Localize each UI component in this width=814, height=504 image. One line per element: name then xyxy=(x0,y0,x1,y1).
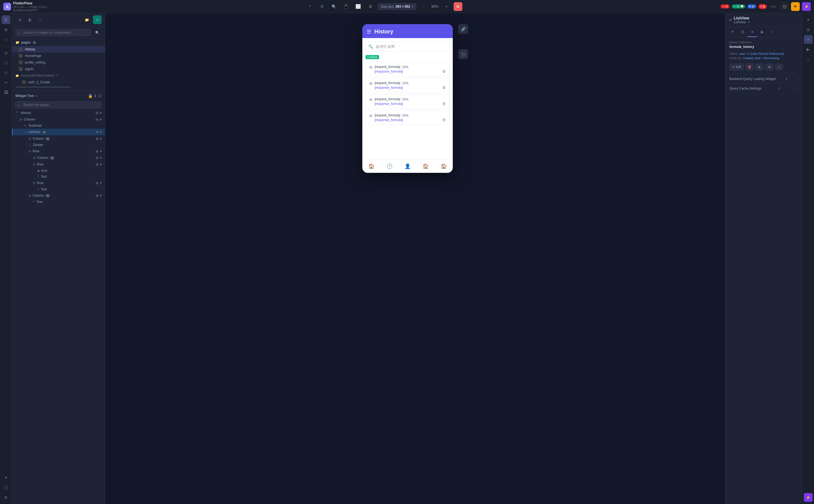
tree-item-column-2[interactable]: ⊞ Column ⊞ ⊕ ▾ xyxy=(12,135,105,142)
query-cache-row[interactable]: Query Cache Settings ℹ › xyxy=(729,84,798,93)
widget-tree-lock-btn[interactable]: 🔒 xyxy=(88,94,93,98)
widget-tree-info[interactable]: ℹ xyxy=(36,94,37,98)
page-item-homepage[interactable]: ⬛ HomePage xyxy=(12,53,105,59)
v1-green-badge[interactable]: ✓ v1 💬 xyxy=(732,4,745,8)
select-tool-button[interactable]: ⊞ xyxy=(454,2,463,11)
list-item-delete-1[interactable]: 🗑 xyxy=(442,85,446,90)
flash-button[interactable]: ⚡ xyxy=(802,2,811,11)
pages-section-header[interactable]: 📁 pages 4 xyxy=(12,39,105,46)
tree-more-listview[interactable]: ▾ xyxy=(100,130,102,134)
search-button[interactable]: 🔍 xyxy=(330,2,338,11)
tree-item-listview[interactable]: ≡ ListView ⊞ ⊕ ▾ xyxy=(12,129,105,135)
size-info-icon[interactable]: ℹ xyxy=(412,5,413,8)
page-item-history[interactable]: ⬛ History xyxy=(12,46,105,53)
tree-item-row-2[interactable]: ⊟ Row ⊕ ▾ xyxy=(12,161,105,168)
tree-item-history[interactable]: 📱 History ⊕ ▾ xyxy=(12,110,105,116)
zoom-out-button[interactable]: − xyxy=(420,3,427,10)
right-tab-list[interactable]: ≡ xyxy=(747,27,757,37)
right-icon-wave[interactable]: ≈ xyxy=(804,55,813,64)
desktop-device-btn[interactable]: 🖥 xyxy=(366,2,375,11)
tree-item-textfield[interactable]: ✏ TextField xyxy=(12,123,105,129)
delete-button[interactable]: 🗑 xyxy=(746,63,753,71)
widget-tree-add-btn[interactable]: ⬆ xyxy=(94,94,97,98)
tree-item-column-4[interactable]: ⊞ Column ⊞ ⊕ ▾ xyxy=(12,192,105,199)
tree-item-text-2[interactable]: T Text xyxy=(12,186,105,192)
tree-add-history[interactable]: ⊕ xyxy=(95,111,99,115)
right-icon-list-active[interactable]: ≡ xyxy=(804,35,813,44)
tree-item-row-3[interactable]: ⊟ Row ⊕ ▾ xyxy=(12,180,105,186)
tablet-device-btn[interactable]: ⬜ xyxy=(354,2,362,11)
ui-builder-btn[interactable]: ⊞ xyxy=(2,25,10,34)
phone-menu-icon[interactable]: ☰ xyxy=(367,29,371,35)
backend-loading-info[interactable]: ℹ xyxy=(786,77,787,81)
right-icon-magic[interactable]: ✦ xyxy=(804,15,813,24)
tree-item-column-3[interactable]: ⊞ Column ⊞ ⊕ ▾ xyxy=(12,154,105,161)
nav-home-3[interactable]: 🏠 xyxy=(438,162,449,171)
widget-search-input[interactable] xyxy=(15,101,102,108)
tree-item-text-3[interactable]: T Text xyxy=(12,199,105,205)
count-4-badge[interactable]: 4 ⚡ xyxy=(747,4,756,8)
group-info-icon[interactable]: ? xyxy=(56,74,58,78)
tree-item-text-1[interactable]: T Text xyxy=(12,174,105,180)
connect-btn[interactable]: ◎ xyxy=(2,48,10,57)
widget-btn[interactable]: ⊞ xyxy=(15,15,24,24)
nav-person[interactable]: 👤 xyxy=(402,162,413,171)
tree-more-row-2[interactable]: ▾ xyxy=(100,162,102,167)
tree-item-divider[interactable]: — Divider xyxy=(12,142,105,148)
tree-more-row-1[interactable]: ▾ xyxy=(100,149,102,153)
api-btn[interactable]: ⬡ xyxy=(2,58,10,67)
pages-nav-btn[interactable]: ☰ xyxy=(2,15,10,24)
tree-more-history[interactable]: ▾ xyxy=(100,111,102,115)
component-btn[interactable]: ◧ xyxy=(26,15,35,24)
tree-add-row-3[interactable]: ⊕ xyxy=(95,181,99,185)
tree-add-row-1[interactable]: ⊕ xyxy=(95,149,99,153)
edit-button[interactable]: ✏ Edit xyxy=(729,64,744,70)
right-tab-wave[interactable]: ≈ xyxy=(767,27,777,37)
zoom-in-button[interactable]: + xyxy=(443,3,450,10)
active-build-btn[interactable]: ⊟ xyxy=(93,15,102,24)
copy-button[interactable]: ⊕ xyxy=(755,64,764,70)
theme-btn[interactable]: ◇ xyxy=(36,15,45,24)
pages-search-input[interactable] xyxy=(15,29,91,36)
tree-add-column-4[interactable]: ⊕ xyxy=(95,193,99,198)
media-btn[interactable]: 🖼 xyxy=(2,88,10,97)
help-button[interactable]: ? xyxy=(305,2,314,11)
right-tab-play[interactable]: ▶ xyxy=(757,27,767,37)
subtitle-edit-icon[interactable]: ✏ xyxy=(748,20,750,24)
diamond-btn[interactable]: ◇ xyxy=(2,35,10,44)
active-view-button[interactable]: 👁 xyxy=(791,2,800,11)
custom-code-btn[interactable]: { } xyxy=(2,483,10,492)
nav-home-1[interactable]: 🏠 xyxy=(366,162,377,171)
right-icon-play[interactable]: ▶ xyxy=(804,45,813,54)
tree-item-icon[interactable]: ◆ Icon xyxy=(12,168,105,174)
flow-btn[interactable]: ⇌ xyxy=(2,78,10,87)
page-item-profile[interactable]: ⬛ profile_setting xyxy=(12,59,105,66)
tree-add-column-2[interactable]: ⊕ xyxy=(95,136,99,141)
tree-add-row-2[interactable]: ⊕ xyxy=(95,162,99,167)
right-tab-magic[interactable]: ✦ xyxy=(728,27,738,37)
right-icon-flash[interactable]: ⚡ xyxy=(804,493,813,502)
data-btn[interactable]: ⊙ xyxy=(2,68,10,77)
preview-button[interactable]: ⬛ xyxy=(780,2,789,11)
tree-item-column-1[interactable]: ⊞ Column ⊕ ▾ xyxy=(12,116,105,123)
folder-btn[interactable]: 📁 xyxy=(82,15,91,24)
pages-search-icon[interactable]: 🔍 xyxy=(93,28,102,37)
tree-more-column-2[interactable]: ▾ xyxy=(100,136,102,141)
ai-btn[interactable]: ✦ xyxy=(2,473,10,482)
tree-add-listview[interactable]: ⊕ xyxy=(95,130,99,134)
count-2-badge[interactable]: 2 ⊕ xyxy=(758,4,767,9)
list-item-delete-0[interactable]: 🗑 xyxy=(442,69,446,73)
page-item-auth2create[interactable]: ⬛ auth_2_Create xyxy=(12,79,105,85)
query-cache-info[interactable]: ℹ xyxy=(779,87,780,90)
tree-more-row-3[interactable]: ▾ xyxy=(100,181,102,185)
settings-btn[interactable]: ⚙ xyxy=(2,493,10,502)
mobile-device-btn[interactable]: 📱 xyxy=(342,2,350,11)
tree-add-column-3[interactable]: ⊕ xyxy=(95,156,99,160)
code-button[interactable]: </> xyxy=(769,2,778,11)
tree-more-column-1[interactable]: ▾ xyxy=(100,117,102,122)
group-account-profile[interactable]: 📁 AccountProfileCreation ? xyxy=(12,72,105,79)
canvas-action-link[interactable]: 🔗 xyxy=(458,24,468,34)
list-item-delete-2[interactable]: 🗑 xyxy=(442,101,446,106)
tree-more-column-3[interactable]: ▾ xyxy=(100,156,102,160)
nav-clock[interactable]: 🕐 xyxy=(384,162,395,171)
